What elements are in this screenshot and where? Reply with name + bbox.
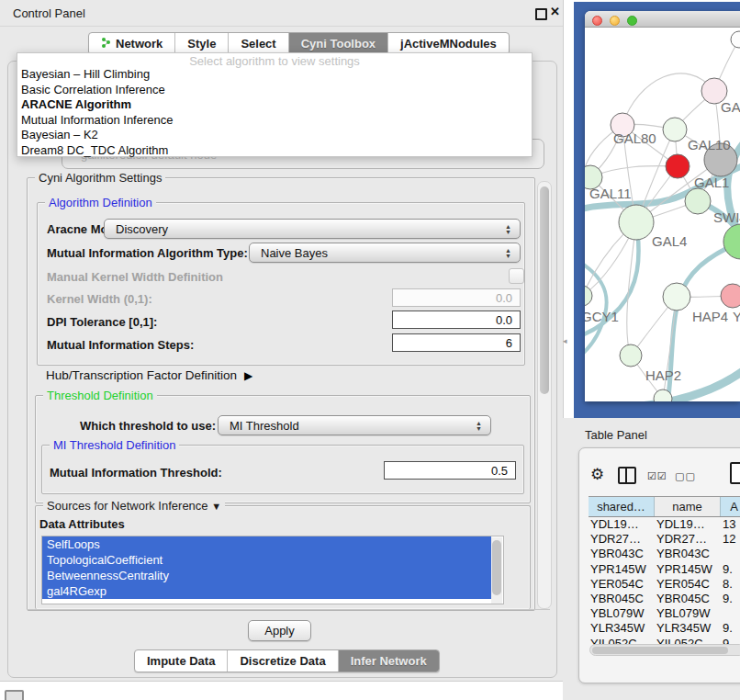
- tab-style[interactable]: Style: [175, 33, 229, 54]
- list-scrollbar-thumb[interactable]: [492, 540, 501, 595]
- splitter-collapse-icon[interactable]: ◂: [563, 336, 567, 345]
- table-cell: YPR145W: [589, 562, 655, 577]
- which-threshold-combo[interactable]: MI Threshold ▲▼: [218, 415, 491, 435]
- dropdown-item-aracne-algorithm[interactable]: ARACNE Algorithm: [17, 97, 532, 113]
- apply-button[interactable]: Apply: [248, 620, 311, 641]
- table-cell: YLR345W: [655, 621, 721, 636]
- table-row[interactable]: YBR045CYBR045C9.: [589, 592, 740, 606]
- split-columns-icon[interactable]: [618, 467, 636, 484]
- combo-stepper-icon: ▲▼: [505, 220, 511, 240]
- mi-threshold-definition-group: MI Threshold Definition Mutual Informati…: [41, 445, 524, 494]
- tab-cyni-toolbox[interactable]: Cyni Toolbox: [289, 33, 388, 54]
- attribute-item-gal4rgexp[interactable]: gal4RGexp: [42, 583, 491, 599]
- dpi-tolerance-field[interactable]: 0.0: [392, 310, 521, 329]
- node-unlabeled[interactable]: [731, 31, 740, 48]
- table-cell: YER054C: [655, 577, 721, 592]
- node-hap2[interactable]: [620, 344, 642, 367]
- table-row[interactable]: YBR043CYBR043C: [589, 547, 740, 561]
- column-header-a[interactable]: A: [721, 497, 740, 516]
- list-scrollbar[interactable]: [491, 537, 502, 604]
- mi-type-combo[interactable]: Naive Bayes ▲▼: [249, 243, 521, 263]
- attribute-item-topologicalcoefficient[interactable]: TopologicalCoefficient: [42, 552, 491, 568]
- mi-steps-field[interactable]: 6: [392, 333, 521, 352]
- edge[interactable]: [590, 166, 678, 177]
- attribute-item-betweennesscentrality[interactable]: BetweennessCentrality: [42, 568, 491, 583]
- column-header-name[interactable]: name: [655, 497, 721, 516]
- node-label: GAL80: [613, 130, 656, 146]
- expand-down-icon[interactable]: ▼: [211, 501, 221, 512]
- node-salmon[interactable]: [721, 284, 740, 308]
- dropdown-item-mutual-information-inference[interactable]: Mutual Information Inference: [17, 113, 532, 129]
- table-cell: YDR27…: [655, 532, 721, 547]
- tab-infer-network[interactable]: Infer Network: [339, 650, 439, 672]
- mi-threshold-field[interactable]: 0.5: [384, 461, 516, 480]
- table-row[interactable]: YPR145WYPR145W9.: [589, 562, 740, 577]
- dropdown-item-dream8-dc-tdc-algorithm[interactable]: Dream8 DC_TDC Algorithm: [17, 143, 532, 159]
- table-horizontal-scrollbar[interactable]: [589, 644, 740, 656]
- hub-definition-toggle[interactable]: Hub/Transcription Factor Definition▶: [46, 368, 252, 382]
- network-window-titlebar[interactable]: [585, 11, 740, 28]
- aracne-mode-combo[interactable]: Discovery ▲▼: [104, 219, 521, 239]
- dpi-tolerance-label: DPI Tolerance [0,1]:: [47, 315, 157, 329]
- tab-jactivemnodules[interactable]: jActiveMNodules: [388, 33, 509, 54]
- attribute-item-selfloops[interactable]: SelfLoops: [42, 536, 491, 552]
- algorithm-definition-legend: Algorithm Definition: [45, 196, 156, 209]
- zoom-traffic-light[interactable]: [627, 16, 637, 26]
- node-label: GAL4: [652, 233, 687, 249]
- node-bright-green[interactable]: [723, 224, 740, 259]
- node-label: HAP4: [692, 309, 728, 324]
- column-header-shared[interactable]: shared…: [589, 497, 655, 516]
- hub-definition-label: Hub/Transcription Factor Definition: [46, 368, 237, 382]
- table-row[interactable]: YDL19…YDL19…13: [589, 517, 740, 532]
- node-swi4[interactable]: [685, 188, 711, 214]
- algorithm-dropdown-list[interactable]: Select algorithm to view settings Bayesi…: [17, 52, 533, 157]
- table-cell: YER054C: [589, 577, 655, 592]
- network-canvas[interactable]: GAL GAL80 GAL10 GAL1 GAL11 SWI4 GAL4 GCY…: [585, 28, 740, 401]
- close-panel-icon[interactable]: ✕: [550, 5, 560, 18]
- settings-scrollbar[interactable]: [537, 181, 552, 609]
- gear-icon[interactable]: ⚙: [590, 465, 604, 484]
- dropdown-item-bayesian-hill-climbing[interactable]: Bayesian – Hill Climbing: [17, 67, 532, 83]
- expand-right-icon: ▶: [244, 369, 252, 382]
- dropdown-item-bayesian-k2[interactable]: Bayesian – K2: [17, 128, 532, 143]
- edge[interactable]: [622, 73, 714, 125]
- tab-label: Style: [187, 37, 216, 51]
- tab-label: Discretize Data: [240, 654, 325, 668]
- table-row[interactable]: YLR345WYLR345W9.: [589, 621, 740, 636]
- table-cell: 9.: [721, 621, 740, 636]
- dropdown-item-basic-correlation-inference[interactable]: Basic Correlation Inference: [17, 83, 532, 98]
- which-threshold-value: MI Threshold: [230, 419, 299, 433]
- tab-select[interactable]: Select: [229, 33, 288, 54]
- table-scrollbar-thumb[interactable]: [592, 647, 728, 654]
- tab-network[interactable]: Network: [89, 33, 175, 54]
- dock-panel-icon[interactable]: [5, 690, 24, 700]
- deselect-columns-icon[interactable]: ▢▢: [675, 470, 696, 482]
- table-row[interactable]: YBL079WYBL079W: [589, 606, 740, 621]
- node-label: HAP2: [645, 367, 681, 383]
- select-all-columns-icon[interactable]: ☑☑: [647, 470, 667, 482]
- divider: [27, 609, 550, 610]
- node-gal10[interactable]: [663, 118, 687, 141]
- aracne-mode-value: Discovery: [116, 222, 168, 236]
- table-row[interactable]: YDR27…YDR27…12: [589, 532, 740, 547]
- table-cell: YBL079W: [655, 606, 721, 621]
- node-gal1[interactable]: [666, 154, 690, 178]
- algorithm-dropdown-placeholder: Select algorithm to view settings: [17, 53, 532, 67]
- table-cell: YDL19…: [589, 517, 655, 532]
- node-gal4[interactable]: [619, 205, 654, 240]
- data-attributes-list[interactable]: SelfLoopsTopologicalCoefficientBetweenne…: [41, 536, 504, 604]
- table-cell: YDL19…: [655, 517, 721, 532]
- tab-impute-data[interactable]: Impute Data: [135, 650, 228, 672]
- close-traffic-light[interactable]: [592, 16, 602, 26]
- node-table[interactable]: shared…nameA YDL19…YDL19…13YDR27…YDR27…1…: [589, 496, 740, 646]
- manual-kernel-checkbox[interactable]: [509, 268, 524, 284]
- mi-threshold-label: Mutual Information Threshold:: [50, 466, 222, 480]
- minimize-traffic-light[interactable]: [610, 16, 620, 26]
- table-row[interactable]: YER054CYER054C8.: [589, 577, 740, 592]
- node-hap4[interactable]: [663, 283, 690, 310]
- node-label: SWI4: [713, 209, 740, 225]
- new-table-icon[interactable]: [730, 462, 740, 484]
- float-window-icon[interactable]: [535, 8, 547, 20]
- tab-discretize-data[interactable]: Discretize Data: [228, 650, 338, 672]
- settings-scrollbar-thumb[interactable]: [540, 186, 549, 394]
